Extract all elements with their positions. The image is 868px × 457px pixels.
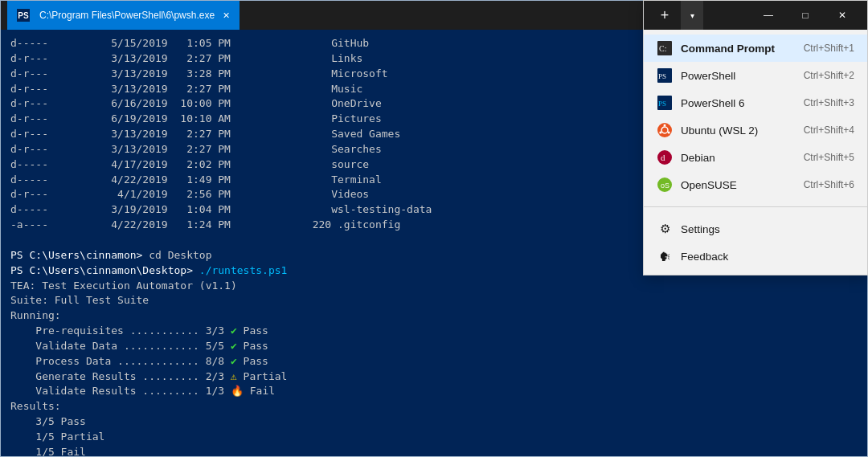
svg-point-10 xyxy=(659,132,661,134)
debian-label: Debian xyxy=(681,152,796,164)
dropdown-menu: + ▾ — □ ✕ C: Command Prompt Ctrl+Shift+1… xyxy=(643,0,868,275)
dd-minimize-button[interactable]: — xyxy=(750,1,787,30)
ps6-label: PowerShell 6 xyxy=(681,97,796,109)
tab-close-button[interactable]: ✕ xyxy=(223,10,230,21)
svg-text:PS: PS xyxy=(658,72,666,80)
menu-item-settings[interactable]: ⚙ Settings xyxy=(644,215,867,243)
ps6-shortcut: Ctrl+Shift+3 xyxy=(804,97,854,108)
menu-item-debian[interactable]: d Debian Ctrl+Shift+5 xyxy=(644,144,867,171)
svg-text:PS: PS xyxy=(658,100,666,108)
svg-text:oS: oS xyxy=(661,182,669,190)
new-tab-button[interactable]: + xyxy=(650,1,679,30)
settings-label: Settings xyxy=(681,223,854,235)
dropdown-win-controls: — □ ✕ xyxy=(750,1,861,30)
terminal-tab[interactable]: PS C:\Program Files\PowerShell\6\pwsh.ex… xyxy=(7,1,240,30)
debian-shortcut: Ctrl+Shift+5 xyxy=(804,152,854,163)
opensuse-label: OpenSUSE xyxy=(681,179,796,191)
tab-icon: PS xyxy=(17,9,30,22)
menu-divider xyxy=(644,206,867,207)
menu-item-ubuntu[interactable]: Ubuntu (WSL 2) Ctrl+Shift+4 xyxy=(644,116,867,144)
cmd-shortcut: Ctrl+Shift+1 xyxy=(804,43,854,54)
dd-close-button[interactable]: ✕ xyxy=(824,1,861,30)
ps6-icon: PS xyxy=(657,95,673,111)
settings-icon: ⚙ xyxy=(657,221,673,237)
opensuse-icon: oS xyxy=(657,177,673,193)
ps-shortcut: Ctrl+Shift+2 xyxy=(804,70,854,81)
debian-icon: d xyxy=(657,149,673,165)
svg-point-8 xyxy=(664,124,666,127)
menu-item-opensuse[interactable]: oS OpenSUSE Ctrl+Shift+6 xyxy=(644,171,867,198)
cmd-label: Command Prompt xyxy=(681,43,796,55)
menu-item-ps[interactable]: PS PowerShell Ctrl+Shift+2 xyxy=(644,62,867,89)
svg-text:C:: C: xyxy=(659,44,666,53)
ps-label: PowerShell xyxy=(681,70,796,82)
dd-maximize-button[interactable]: □ xyxy=(787,1,824,30)
feedback-icon: 🗣 xyxy=(657,248,673,264)
tab-title: C:\Program Files\PowerShell\6\pwsh.exe xyxy=(39,10,215,21)
menu-shell-section: C: Command Prompt Ctrl+Shift+1 PS PowerS… xyxy=(644,30,867,203)
menu-item-ps6[interactable]: PS PowerShell 6 Ctrl+Shift+3 xyxy=(644,89,867,116)
ubuntu-icon xyxy=(657,122,673,138)
cmd-icon: C: xyxy=(657,40,673,56)
ubuntu-shortcut: Ctrl+Shift+4 xyxy=(804,124,854,136)
ubuntu-label: Ubuntu (WSL 2) xyxy=(681,124,796,137)
ps-icon: PS xyxy=(657,67,673,84)
dropdown-arrow-button[interactable]: ▾ xyxy=(681,1,703,30)
menu-utils-section: ⚙ Settings 🗣 Feedback xyxy=(644,210,867,275)
feedback-label: Feedback xyxy=(681,251,854,263)
menu-item-feedback[interactable]: 🗣 Feedback xyxy=(644,243,867,270)
svg-point-9 xyxy=(668,132,670,134)
menu-item-cmd[interactable]: C: Command Prompt Ctrl+Shift+1 xyxy=(644,35,867,62)
opensuse-shortcut: Ctrl+Shift+6 xyxy=(804,179,854,190)
svg-text:d: d xyxy=(661,153,665,162)
dropdown-top-bar: + ▾ — □ ✕ xyxy=(644,1,867,30)
